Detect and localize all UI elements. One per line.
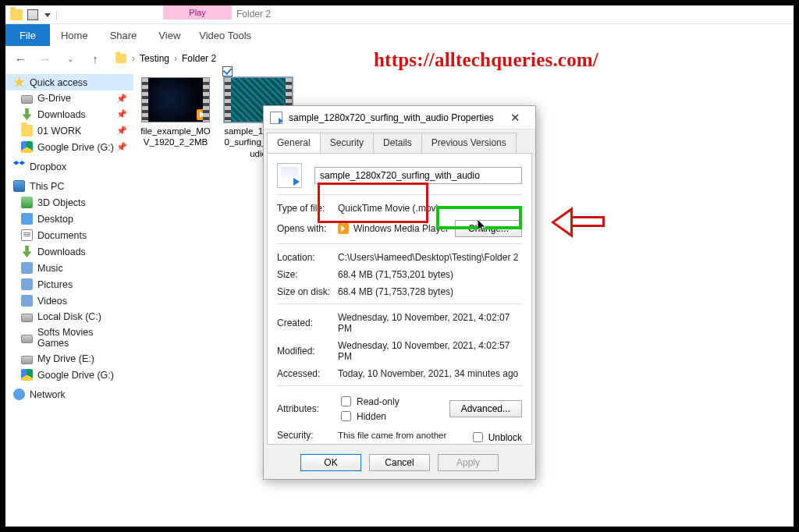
dialog-body: Type of file: QuickTime Movie (.mov) Ope… (267, 153, 532, 445)
label-size: Size: (277, 269, 338, 280)
save-icon[interactable] (27, 9, 38, 20)
sidebar-item-googledrive-g[interactable]: Google Drive (G:) (5, 367, 133, 383)
file-item[interactable]: file_example_MOV_1920_2_2MB (140, 77, 211, 158)
recent-dropdown-icon[interactable]: ⌄ (62, 50, 79, 67)
hidden-checkbox[interactable]: Hidden (338, 409, 386, 424)
drive-icon (21, 95, 33, 104)
file-icon (270, 112, 282, 124)
desktop-icon (21, 213, 33, 225)
sidebar-item-3d[interactable]: 3D Objects (5, 194, 133, 211)
sidebar-this-pc[interactable]: This PC (5, 178, 133, 194)
label-security: Security: (277, 430, 338, 441)
breadcrumb-level-2[interactable]: Folder 2 (182, 53, 216, 64)
dialog-tabs: General Security Details Previous Versio… (264, 129, 535, 153)
label-type: Type of file: (277, 203, 338, 214)
sidebar-item-mydrive-e[interactable]: My Drive (E:) (5, 351, 133, 367)
value-sizedisk: 68.4 MB (71,753,728 bytes) (338, 286, 522, 297)
breadcrumb[interactable]: › Testing › Folder 2 (112, 53, 216, 64)
context-tab-play[interactable]: Play (163, 5, 232, 20)
value-location: C:\Users\Hameed\Desktop\Testing\Folder 2 (338, 252, 522, 263)
sidebar-item-softs[interactable]: Softs Movies Games (5, 325, 133, 351)
title-separator: | (55, 9, 58, 20)
music-icon (21, 262, 33, 274)
selection-check-icon[interactable] (222, 66, 233, 76)
label-accessed: Accessed: (277, 368, 338, 379)
sidebar-label: Google Drive (G:) (37, 142, 114, 153)
chevron-right-icon: › (132, 53, 135, 64)
apply-button[interactable]: Apply (438, 454, 499, 471)
sidebar-label: Google Drive (G:) (37, 370, 114, 381)
qat-dropdown-icon[interactable] (44, 12, 51, 18)
sidebar-item-googledrive[interactable]: Google Drive (G:) 📌 (5, 139, 133, 155)
sidebar-label: Network (30, 389, 66, 400)
cancel-button[interactable]: Cancel (369, 454, 430, 471)
readonly-checkbox[interactable]: Read-only (338, 394, 400, 409)
sidebar-item-desktop[interactable]: Desktop (5, 211, 133, 227)
tab-details[interactable]: Details (373, 133, 422, 153)
drive-icon (21, 335, 33, 343)
sidebar-item-local-c[interactable]: Local Disk (C:) (5, 309, 133, 325)
sidebar-item-music[interactable]: Music (5, 260, 133, 276)
video-tools-tab[interactable]: Video Tools (191, 24, 259, 46)
sidebar-label: Downloads (37, 246, 86, 257)
objects-icon (21, 197, 33, 208)
unblock-checkbox[interactable]: Unblock (470, 430, 522, 445)
pictures-icon (21, 278, 33, 290)
file-type-icon (277, 163, 302, 188)
share-tab[interactable]: Share (99, 24, 148, 46)
value-created: Wednesday, 10 November, 2021, 4:02:07 PM (338, 312, 522, 334)
sidebar-label: Local Disk (C:) (37, 311, 101, 322)
label-location: Location: (277, 252, 338, 263)
sidebar-label: G-Drive (37, 93, 71, 104)
sidebar-quick-access[interactable]: Quick access (5, 74, 133, 90)
advanced-button[interactable]: Advanced... (449, 400, 522, 417)
filename-input[interactable] (314, 167, 522, 184)
sidebar-dropbox[interactable]: Dropbox (5, 158, 133, 175)
sidebar-network[interactable]: Network (5, 386, 133, 403)
value-size: 68.4 MB (71,753,201 bytes) (338, 269, 522, 280)
drive-icon (21, 356, 33, 364)
sidebar-item-videos[interactable]: Videos (5, 293, 133, 309)
value-type: QuickTime Movie (.mov) (338, 203, 522, 214)
drive-icon (21, 314, 33, 322)
google-drive-icon (21, 141, 33, 153)
breadcrumb-level-1[interactable]: Testing (140, 53, 169, 64)
value-accessed: Today, 10 November, 2021, 34 minutes ago (338, 368, 522, 379)
tab-general[interactable]: General (267, 133, 321, 153)
pc-icon (13, 180, 25, 192)
download-icon (21, 246, 33, 257)
tab-security[interactable]: Security (320, 133, 374, 153)
sidebar-label: Music (37, 263, 63, 274)
tab-previous-versions[interactable]: Previous Versions (421, 133, 517, 153)
sidebar-label: Pictures (37, 279, 73, 290)
sidebar-item-gdrive[interactable]: G-Drive 📌 (5, 90, 133, 106)
divider (277, 303, 522, 304)
star-icon (13, 76, 25, 88)
pin-icon: 📌 (116, 126, 127, 136)
dialog-title: sample_1280x720_surfing_with_audio Prope… (289, 112, 494, 123)
forward-button[interactable]: → (37, 50, 54, 67)
sidebar-item-documents[interactable]: Documents (5, 227, 133, 243)
ribbon: File Home Share View Video Tools (5, 24, 794, 46)
file-name: file_example_MOV_1920_2_2MB (140, 126, 211, 148)
back-button[interactable]: ← (12, 50, 29, 67)
view-tab[interactable]: View (147, 24, 191, 46)
ok-button[interactable]: OK (300, 454, 361, 471)
sidebar-item-work[interactable]: 01 WORK 📌 (5, 122, 133, 139)
divider (277, 385, 522, 386)
dialog-titlebar[interactable]: sample_1280x720_surfing_with_audio Prope… (264, 106, 535, 129)
sidebar-item-downloads[interactable]: Downloads 📌 (5, 106, 133, 122)
sidebar-item-downloads-pc[interactable]: Downloads (5, 243, 133, 260)
sidebar-label: Desktop (37, 214, 73, 225)
up-button[interactable] (87, 50, 104, 67)
file-tab[interactable]: File (5, 24, 50, 46)
home-tab[interactable]: Home (50, 24, 99, 46)
folder-icon (10, 9, 23, 20)
change-button[interactable]: Change... (455, 220, 522, 237)
properties-dialog: sample_1280x720_surfing_with_audio Prope… (263, 105, 536, 480)
sidebar-label: Documents (37, 230, 87, 241)
sidebar-label: This PC (30, 181, 64, 192)
close-button[interactable]: ✕ (501, 107, 529, 129)
pin-icon: 📌 (116, 109, 127, 119)
sidebar-item-pictures[interactable]: Pictures (5, 276, 133, 293)
